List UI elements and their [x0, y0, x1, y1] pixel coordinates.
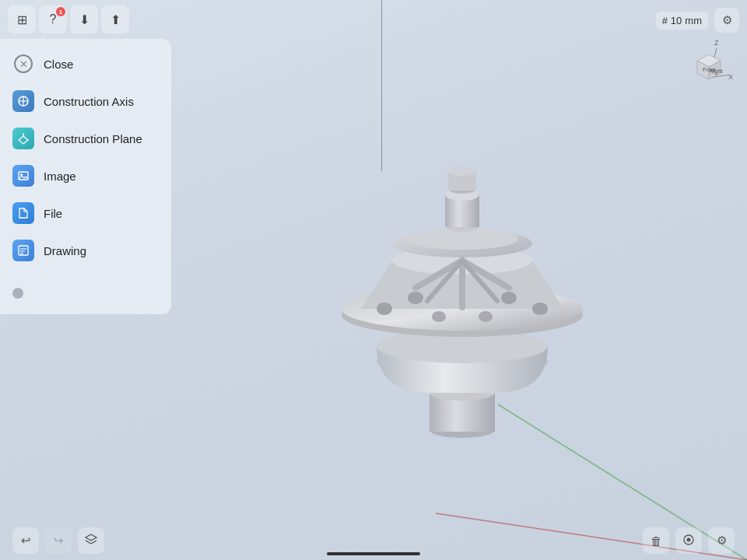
- undo-button[interactable]: ↩: [12, 527, 39, 554]
- z-axis-label: Z: [714, 39, 719, 47]
- left-menu-panel: ✕ Close Construction Axis: [0, 39, 171, 314]
- help-icon: ?: [50, 12, 57, 26]
- apps-icon: ⊞: [17, 12, 27, 27]
- bottom-settings-button[interactable]: ⚙: [708, 527, 735, 554]
- top-right-controls: # 10 mm ⚙: [656, 8, 739, 33]
- svg-point-40: [20, 173, 23, 176]
- menu-item-drawing[interactable]: Drawing: [0, 232, 171, 269]
- svg-marker-45: [86, 534, 96, 541]
- x-axis-label: X: [728, 73, 733, 81]
- file-icon: [12, 202, 34, 224]
- grid-value: 10: [671, 15, 682, 26]
- grid-unit: mm: [685, 15, 702, 26]
- settings-icon: ⚙: [722, 13, 732, 27]
- undo-icon: ↩: [21, 534, 31, 548]
- close-icon: ✕: [12, 53, 34, 75]
- file-label: File: [44, 207, 62, 220]
- image-label: Image: [44, 170, 76, 183]
- top-settings-button[interactable]: ⚙: [714, 8, 739, 33]
- home-indicator: [327, 552, 420, 555]
- upload-icon: ⬆: [110, 12, 121, 27]
- svg-point-47: [687, 537, 691, 541]
- svg-point-21: [432, 311, 446, 322]
- right-label: Right: [710, 68, 722, 75]
- image-icon: [12, 165, 34, 187]
- svg-marker-37: [19, 136, 28, 144]
- svg-point-22: [479, 311, 493, 322]
- upload-button[interactable]: ⬆: [101, 5, 129, 33]
- redo-icon: ↪: [54, 534, 64, 548]
- menu-item-image[interactable]: Image: [0, 157, 171, 194]
- menu-item-construction-plane[interactable]: Construction Plane: [0, 120, 171, 157]
- apps-button[interactable]: ⊞: [8, 5, 36, 33]
- bottom-right-buttons: 🗑 ⚙: [643, 527, 735, 554]
- bottom-toolbar: ↩ ↪ 🗑: [0, 521, 747, 560]
- download-icon: ⬇: [79, 12, 89, 27]
- grid-size-label: # 10 mm: [656, 12, 708, 30]
- svg-point-19: [408, 292, 423, 304]
- construction-plane-icon: [12, 128, 34, 149]
- bottom-left-buttons: ↩ ↪: [12, 527, 104, 554]
- svg-point-18: [532, 303, 548, 315]
- svg-point-17: [377, 303, 392, 315]
- menu-item-close[interactable]: ✕ Close: [0, 45, 171, 82]
- layers-icon: [84, 533, 98, 549]
- layers-button[interactable]: [78, 527, 104, 554]
- viewport[interactable]: ⊞ ? 1 ⬇ ⬆ # 10 mm ⚙ Z X: [0, 0, 747, 560]
- redo-button[interactable]: ↪: [45, 527, 72, 554]
- drawing-icon: [12, 240, 34, 261]
- svg-point-20: [501, 292, 517, 304]
- svg-point-28: [448, 166, 476, 176]
- construction-plane-label: Construction Plane: [44, 132, 142, 145]
- download-button[interactable]: ⬇: [70, 5, 98, 33]
- menu-item-file[interactable]: File: [0, 194, 171, 232]
- trash-button[interactable]: 🗑: [643, 527, 669, 554]
- grid-hash: #: [662, 15, 668, 26]
- help-button[interactable]: ? 1: [39, 5, 67, 33]
- capture-button[interactable]: [675, 527, 702, 554]
- close-label: Close: [44, 58, 73, 71]
- top-toolbar: ⊞ ? 1 ⬇ ⬆: [0, 0, 747, 39]
- svg-rect-39: [19, 172, 28, 180]
- bottom-settings-icon: ⚙: [717, 534, 727, 548]
- dot-indicator: [12, 288, 23, 299]
- construction-axis-label: Construction Axis: [44, 95, 134, 108]
- view-cube[interactable]: Z X Front Right: [682, 39, 736, 93]
- drawing-label: Drawing: [44, 244, 86, 257]
- trash-icon: 🗑: [651, 534, 662, 548]
- construction-axis-icon: [12, 90, 34, 112]
- notification-badge: 1: [56, 7, 65, 16]
- menu-item-construction-axis[interactable]: Construction Axis: [0, 82, 171, 120]
- capture-icon: [682, 533, 696, 549]
- 3d-object: [314, 105, 610, 455]
